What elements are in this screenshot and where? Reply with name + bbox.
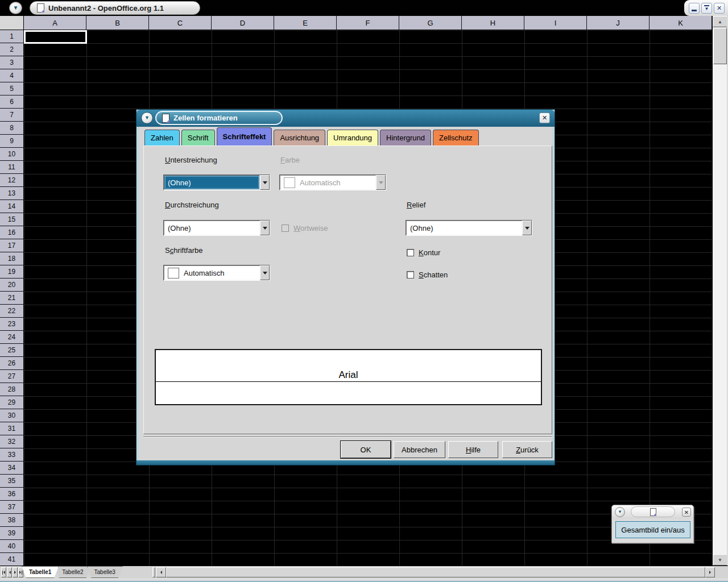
row-header-23[interactable]: 23 <box>0 318 24 331</box>
fontcolor-dropdown-button[interactable] <box>260 265 270 280</box>
column-header-b[interactable]: B <box>86 16 149 30</box>
row-header-20[interactable]: 20 <box>0 278 24 292</box>
dialog-tab-ausrichtung[interactable]: Ausrichtung <box>274 130 325 146</box>
row-header-8[interactable]: 8 <box>0 122 24 135</box>
row-header-11[interactable]: 11 <box>0 161 24 174</box>
tabbar-splitter[interactable] <box>152 567 155 577</box>
fontcolor-dropdown[interactable]: Automatisch <box>163 265 270 281</box>
dialog-close-button[interactable]: ✕ <box>539 113 550 123</box>
shadow-checkbox[interactable]: Schatten <box>407 271 448 279</box>
outline-checkbox[interactable]: Kontur <box>407 248 440 257</box>
back-button[interactable]: Zurück <box>502 441 552 458</box>
row-header-5[interactable]: 5 <box>0 82 24 95</box>
relief-dropdown-button[interactable] <box>522 221 532 235</box>
underline-dropdown[interactable]: (Ohne) <box>163 174 270 190</box>
row-header-25[interactable]: 25 <box>0 344 24 357</box>
scroll-up-button[interactable]: ▲ <box>713 16 727 27</box>
relief-dropdown[interactable]: (Ohne) <box>406 220 532 236</box>
scroll-down-button[interactable]: ▼ <box>713 554 727 566</box>
row-header-1[interactable]: 1 <box>0 30 24 43</box>
sheet-tab-tabelle2[interactable]: Tabelle2 <box>55 566 90 578</box>
row-header-19[interactable]: 19 <box>0 265 24 278</box>
dialog-tab-hintergrund[interactable]: Hintergrund <box>380 130 431 146</box>
row-header-24[interactable]: 24 <box>0 331 24 344</box>
strikethrough-dropdown[interactable]: (Ohne) <box>163 220 270 236</box>
main-window-title-capsule[interactable]: Unbenannt2 - OpenOffice.org 1.1 <box>30 1 200 15</box>
row-header-30[interactable]: 30 <box>0 409 24 422</box>
row-header-35[interactable]: 35 <box>0 475 24 488</box>
row-header-41[interactable]: 41 <box>0 553 24 566</box>
row-header-27[interactable]: 27 <box>0 370 24 383</box>
ok-button[interactable]: OK <box>341 441 391 458</box>
sheet-tab-tabelle3[interactable]: Tabelle3 <box>87 566 123 578</box>
column-header-d[interactable]: D <box>212 16 274 30</box>
toolbar-close-button[interactable]: ✕ <box>682 508 691 517</box>
minimize-button[interactable] <box>689 3 700 14</box>
row-header-32[interactable]: 32 <box>0 435 24 448</box>
scroll-left-button[interactable] <box>156 567 166 577</box>
row-header-22[interactable]: 22 <box>0 305 24 318</box>
row-header-4[interactable]: 4 <box>0 69 24 82</box>
dialog-tab-schrifteffekt[interactable]: Schrifteffekt <box>217 127 272 146</box>
row-header-26[interactable]: 26 <box>0 357 24 370</box>
close-button[interactable]: ✕ <box>714 3 725 14</box>
row-header-10[interactable]: 10 <box>0 148 24 161</box>
row-header-33[interactable]: 33 <box>0 448 24 462</box>
row-header-34[interactable]: 34 <box>0 462 24 475</box>
toolbar-titlebar[interactable]: ▼ ✕ <box>612 505 693 519</box>
row-header-9[interactable]: 9 <box>0 135 24 148</box>
row-header-38[interactable]: 38 <box>0 514 24 527</box>
row-header-28[interactable]: 28 <box>0 383 24 396</box>
selected-cell[interactable] <box>24 30 87 44</box>
row-header-12[interactable]: 12 <box>0 174 24 187</box>
row-header-15[interactable]: 15 <box>0 213 24 226</box>
toolbar-menu-button[interactable]: ▼ <box>615 507 625 517</box>
column-header-a[interactable]: A <box>24 16 86 30</box>
help-button[interactable]: Hilfe <box>448 441 498 458</box>
sheet-prev-button[interactable] <box>7 567 12 577</box>
dialog-titlebar[interactable]: ▼ Zellen formatieren ✕ <box>136 110 555 127</box>
vertical-scrollbar[interactable]: ▲ ▼ <box>712 16 727 566</box>
row-header-16[interactable]: 16 <box>0 226 24 239</box>
horizontal-scroll-thumb[interactable] <box>166 567 705 577</box>
row-header-31[interactable]: 31 <box>0 422 24 435</box>
row-header-7[interactable]: 7 <box>0 109 24 122</box>
shade-button[interactable]: ▼ <box>701 3 712 14</box>
row-header-29[interactable]: 29 <box>0 396 24 409</box>
row-header-3[interactable]: 3 <box>0 56 24 69</box>
column-header-c[interactable]: C <box>149 16 212 30</box>
row-header-36[interactable]: 36 <box>0 488 24 501</box>
dialog-tab-schrift[interactable]: Schrift <box>181 130 215 146</box>
column-header-g[interactable]: G <box>399 16 462 30</box>
vertical-scroll-thumb[interactable] <box>713 28 727 64</box>
select-all-corner[interactable] <box>0 16 24 30</box>
row-header-40[interactable]: 40 <box>0 540 24 553</box>
row-header-17[interactable]: 17 <box>0 239 24 252</box>
sheet-first-button[interactable] <box>1 567 6 577</box>
column-header-e[interactable]: E <box>274 16 337 30</box>
dialog-menu-button[interactable]: ▼ <box>141 112 153 124</box>
dialog-tab-zahlen[interactable]: Zahlen <box>144 130 180 146</box>
underline-dropdown-button[interactable] <box>260 175 270 190</box>
row-header-2[interactable]: 2 <box>0 43 24 56</box>
strikethrough-dropdown-button[interactable] <box>260 221 270 235</box>
column-header-i[interactable]: I <box>524 16 587 30</box>
column-header-j[interactable]: J <box>587 16 650 30</box>
column-header-f[interactable]: F <box>337 16 399 30</box>
row-header-39[interactable]: 39 <box>0 527 24 540</box>
column-header-k[interactable]: K <box>650 16 712 30</box>
row-header-14[interactable]: 14 <box>0 200 24 213</box>
sheet-next-button[interactable] <box>13 567 18 577</box>
horizontal-scrollbar[interactable] <box>156 567 715 577</box>
row-header-21[interactable]: 21 <box>0 292 24 305</box>
cancel-button[interactable]: Abbrechen <box>394 441 445 458</box>
column-header-h[interactable]: H <box>462 16 524 30</box>
dialog-tab-zellschutz[interactable]: Zellschutz <box>433 130 479 146</box>
window-menu-button[interactable]: ▼ <box>9 2 22 14</box>
dialog-tab-umrandung[interactable]: Umrandung <box>327 130 378 146</box>
sheet-tab-tabelle1[interactable]: Tabelle1 <box>22 566 59 578</box>
row-header-13[interactable]: 13 <box>0 187 24 200</box>
row-header-6[interactable]: 6 <box>0 95 24 109</box>
row-header-37[interactable]: 37 <box>0 501 24 514</box>
scroll-right-button[interactable] <box>705 567 715 577</box>
